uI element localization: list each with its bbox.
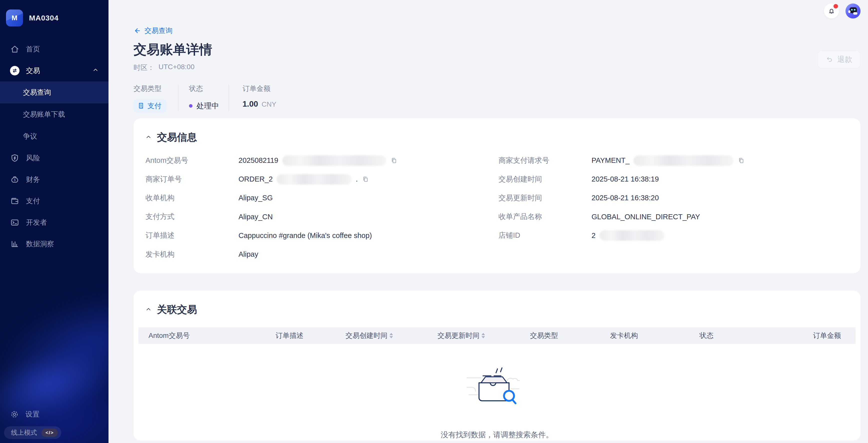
info-row: 收单产品名称 GLOBAL_ONLINE_DIRECT_PAY <box>498 207 848 226</box>
product-name-value: GLOBAL_ONLINE_DIRECT_PAY <box>591 213 700 221</box>
payment-request-id: PAYMENT_ <box>591 156 629 165</box>
empty-box-illustration <box>466 366 528 409</box>
info-row: 发卡机构 Alipay <box>146 245 498 264</box>
sidebar-nav: 首页 交易 交易查询 交易账单下载 争议 <box>0 38 108 255</box>
breadcrumb-label: 交易查询 <box>145 26 173 35</box>
terminal-icon <box>10 218 20 227</box>
info-label: 商家支付请求号 <box>498 156 591 166</box>
info-row: 店铺ID 2 <box>498 226 848 245</box>
info-row: 商家支付请求号 PAYMENT_ <box>498 151 848 170</box>
column-header-updated-time[interactable]: 交易更新时间 <box>437 331 530 340</box>
value-suffix: . <box>356 175 358 183</box>
summary-type-value: 支付 <box>148 101 161 111</box>
refund-button[interactable]: 退款 <box>817 50 861 68</box>
svg-text:$: $ <box>140 104 142 107</box>
timezone-value: UTC+08:00 <box>158 63 194 72</box>
column-header-type: 交易类型 <box>530 331 610 340</box>
receipt-icon: $ <box>137 102 145 109</box>
summary-amount: 订单金额 1.00 CNY <box>229 83 276 112</box>
redacted-value <box>282 155 386 166</box>
timezone-label: 时区： <box>133 63 155 72</box>
sidebar-item-transactions[interactable]: 交易 <box>0 60 108 81</box>
sort-icon[interactable] <box>482 333 485 338</box>
transaction-info-header[interactable]: 交易信息 <box>146 130 848 144</box>
updated-time-value: 2025-08-21 16:38:20 <box>591 194 659 202</box>
sidebar-item-transaction-bill-download[interactable]: 交易账单下载 <box>0 103 108 125</box>
column-header-status: 状态 <box>700 331 789 340</box>
redacted-value <box>599 230 664 241</box>
merchant-order-id: ORDER_2 <box>239 175 273 183</box>
main-content: 交易查询 交易账单详情 时区： UTC+08:00 退款 交易类型 $ 支付 状… <box>108 0 868 443</box>
created-time-value: 2025-08-21 16:38:19 <box>591 175 659 183</box>
merchant-logo: M <box>6 9 23 27</box>
sidebar-item-developer[interactable]: 开发者 <box>0 212 108 233</box>
related-transactions-card: 关联交易 Antom交易号 订单描述 交易创建时间 交易更新时间 交易类型 发卡… <box>133 291 861 441</box>
notifications-button[interactable] <box>824 3 839 19</box>
gear-icon <box>10 410 19 419</box>
sidebar-subitem-label: 交易账单下载 <box>23 110 65 119</box>
online-mode-label: 线上模式 <box>11 428 37 437</box>
merchant-logo-row[interactable]: M MA0304 <box>0 0 108 33</box>
app-root: M MA0304 首页 交易 交易查询 <box>0 0 868 443</box>
sidebar-item-transaction-query[interactable]: 交易查询 <box>0 81 108 103</box>
info-row: 交易创建时间 2025-08-21 16:38:19 <box>498 170 848 189</box>
money-bag-icon: $ <box>10 175 20 184</box>
copy-icon[interactable] <box>390 157 398 164</box>
sidebar-item-finance[interactable]: $ 财务 <box>0 169 108 190</box>
info-column-left: Antom交易号 2025082119 商家订单号 ORDER_2 . <box>146 151 498 264</box>
column-header-created-time[interactable]: 交易创建时间 <box>345 331 437 340</box>
sidebar-item-label: 开发者 <box>26 218 47 227</box>
redacted-value <box>277 174 352 184</box>
online-mode-pill[interactable]: 线上模式 </> <box>4 426 61 439</box>
info-row: 支付方式 Alipay_CN <box>146 207 498 226</box>
notification-dot <box>834 4 838 8</box>
sidebar-item-settings[interactable]: 设置 <box>0 404 108 424</box>
status-dot <box>189 104 192 108</box>
copy-icon[interactable] <box>738 157 745 164</box>
sidebar-item-label: 交易 <box>26 66 40 75</box>
order-description-value: Cappuccino #grande (Mika's coffee shop) <box>239 232 372 240</box>
info-label: Antom交易号 <box>146 156 239 166</box>
sidebar-subitem-label: 交易查询 <box>23 88 51 97</box>
column-header-amount: 订单金额 <box>789 331 841 340</box>
summary-status-label: 状态 <box>189 84 228 93</box>
sidebar-subitem-label: 争议 <box>23 132 37 141</box>
copy-icon[interactable] <box>362 176 369 183</box>
transaction-info-grid: Antom交易号 2025082119 商家订单号 ORDER_2 . <box>146 151 848 264</box>
settings-label: 设置 <box>26 410 39 419</box>
sidebar-item-payments[interactable]: 支付 <box>0 190 108 212</box>
info-label: 支付方式 <box>146 212 239 222</box>
info-label: 收单产品名称 <box>498 212 591 222</box>
sidebar-item-risk[interactable]: 风险 <box>0 147 108 169</box>
related-transactions-header[interactable]: 关联交易 <box>133 303 861 316</box>
assistant-avatar[interactable] <box>845 3 861 19</box>
collapse-chevron-icon <box>146 133 152 142</box>
info-label: 交易创建时间 <box>498 174 591 184</box>
payment-method-value: Alipay_CN <box>239 213 273 221</box>
column-header-antom-id: Antom交易号 <box>149 331 276 340</box>
summary-status: 状态 处理中 <box>179 83 228 112</box>
column-header-issuer: 发卡机构 <box>610 331 700 340</box>
chevron-up-icon <box>93 67 98 75</box>
summary-type: 交易类型 $ 支付 <box>133 83 178 112</box>
store-id-value: 2 <box>591 232 595 240</box>
sidebar-item-label: 支付 <box>26 196 40 206</box>
antom-transaction-id: 2025082119 <box>239 156 278 165</box>
topbar-actions <box>824 3 861 19</box>
breadcrumb[interactable]: 交易查询 <box>133 26 173 35</box>
status-badge: 处理中 <box>196 101 219 111</box>
sidebar-item-disputes[interactable]: 争议 <box>0 125 108 147</box>
sidebar-item-label: 首页 <box>26 44 40 54</box>
home-icon <box>10 44 20 54</box>
info-label: 交易更新时间 <box>498 193 591 203</box>
sidebar-item-home[interactable]: 首页 <box>0 38 108 60</box>
sidebar-item-data-insights[interactable]: 数据洞察 <box>0 233 108 255</box>
info-row: 交易更新时间 2025-08-21 16:38:20 <box>498 189 848 207</box>
sidebar-item-label: 数据洞察 <box>26 239 54 249</box>
info-row: 收单机构 Alipay_SG <box>146 189 498 207</box>
merchant-name: MA0304 <box>29 14 59 22</box>
sort-icon[interactable] <box>390 333 393 338</box>
sidebar: M MA0304 首页 交易 交易查询 <box>0 0 108 443</box>
empty-state-text: 没有找到数据，请调整搜索条件。 <box>441 430 553 440</box>
section-title: 关联交易 <box>157 303 197 316</box>
